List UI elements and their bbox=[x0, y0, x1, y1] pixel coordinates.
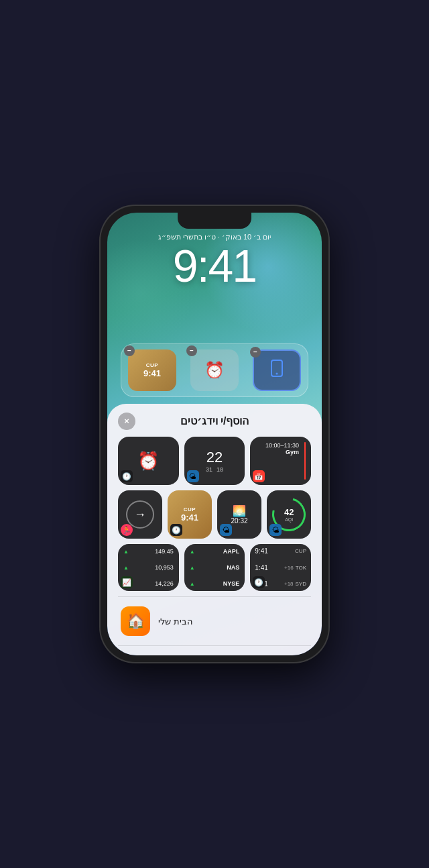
stockn2-trend: ▲ bbox=[190, 565, 195, 571]
clock2-mini-icon: 🕐 bbox=[170, 524, 182, 536]
cup2-time: 9:41 bbox=[181, 512, 198, 523]
phone-screen: יום ב׳ 10 באוק׳ · ט״ו בתשרי תשפ״ג 9:41 −… bbox=[107, 213, 322, 655]
temp-low: 18 bbox=[217, 466, 223, 473]
phone-mirror-icon bbox=[267, 359, 286, 382]
widget-stocks-names[interactable]: ▲ AAPL ▲ NAS ▲ NYSE bbox=[184, 544, 245, 591]
cup-label: CUP bbox=[146, 362, 158, 368]
wclock3-city: SYD bbox=[296, 581, 306, 587]
notch bbox=[178, 213, 251, 229]
widget-cup[interactable]: CUP 9:41 🕐 bbox=[168, 490, 212, 539]
stock3-value: 14,226 bbox=[155, 580, 174, 587]
temp-high: 31 bbox=[206, 466, 212, 473]
wclock-row-1: 9:41 CUP bbox=[255, 547, 306, 555]
lockscreen-widget-alarm[interactable]: − ⏰ bbox=[190, 349, 239, 391]
stock2-value: 10,953 bbox=[155, 564, 174, 571]
calendar-content: 10:00–11:30 Gym bbox=[255, 442, 306, 455]
close-button[interactable]: × bbox=[118, 413, 135, 430]
remove-alarm-widget[interactable]: − bbox=[186, 345, 197, 356]
remove-cup-widget[interactable]: − bbox=[124, 345, 135, 356]
fitness-app-row[interactable]: כושר bbox=[118, 650, 311, 655]
wclock2-diff: +16 bbox=[284, 565, 294, 571]
wclock3-diff: +18 bbox=[284, 581, 294, 587]
stock-row-1: ▲ 149.45 bbox=[123, 548, 174, 555]
stock1-trend: ▲ bbox=[123, 549, 129, 555]
calendar-mini-icon: 📅 bbox=[253, 470, 265, 482]
widget-sunset[interactable]: 🌅 20:32 🌤 bbox=[217, 490, 261, 539]
wclock1-time: 9:41 bbox=[255, 547, 267, 555]
temp-range: 31 18 bbox=[206, 466, 223, 473]
divider-1 bbox=[118, 596, 311, 597]
weather3-mini-icon: 🌤 bbox=[269, 524, 282, 536]
aqi-content: 42 AQI bbox=[284, 507, 294, 522]
stock-name-row-2: ▲ NAS bbox=[190, 564, 240, 571]
temp-value: 22 bbox=[206, 449, 223, 466]
stocks-mini-icon: 📈 bbox=[121, 576, 133, 588]
weather2-mini-icon: 🌤 bbox=[220, 524, 232, 536]
stockn3-name: NYSE bbox=[223, 580, 240, 587]
activity-mini-icon: 🏃 bbox=[121, 524, 133, 536]
svg-point-1 bbox=[276, 373, 278, 375]
widget-alarm[interactable]: ⏰ 🕐 bbox=[118, 437, 179, 485]
stockn1-name: AAPL bbox=[223, 548, 240, 555]
widget-world-clock[interactable]: 9:41 CUP 1:41 +16 TOK 3:41 bbox=[250, 544, 311, 591]
add-widget-sheet: × הוסף/י וידג׳טים ⏰ 🕐 22 31 18 bbox=[107, 404, 322, 655]
stock1-value: 149.45 bbox=[155, 548, 174, 555]
home-icon: 🏠 bbox=[127, 612, 145, 630]
stock-name-row-3: ▲ NYSE bbox=[190, 580, 240, 587]
lock-time: 9:41 bbox=[173, 243, 256, 288]
wclock2-city: TOK bbox=[296, 565, 306, 571]
alarm-clock-icon: ⏰ bbox=[137, 451, 159, 472]
arrow-icon: → bbox=[134, 508, 146, 522]
stock-row-2: ▲ 10,953 bbox=[123, 564, 174, 571]
stock2-trend: ▲ bbox=[123, 565, 129, 571]
widget-aqi[interactable]: 42 AQI 🌤 bbox=[267, 490, 311, 539]
widget-row-2: → 🏃 CUP 9:41 🕐 🌅 20:32 🌤 bbox=[118, 490, 311, 539]
home-app-icon[interactable]: 🏠 bbox=[121, 606, 150, 636]
sheet-header: × הוסף/י וידג׳טים bbox=[118, 415, 311, 427]
home-app-row[interactable]: הבית שלי 🏠 bbox=[118, 601, 311, 641]
aqi-value: 42 bbox=[284, 507, 294, 517]
stockn2-name: NAS bbox=[227, 564, 239, 571]
remove-phone-widget[interactable]: − bbox=[250, 347, 261, 358]
sunset-time: 20:32 bbox=[231, 517, 247, 525]
lockscreen-widget-cup[interactable]: − CUP 9:41 bbox=[128, 349, 176, 391]
divider-2 bbox=[118, 645, 311, 646]
wclock2-time: 1:41 bbox=[255, 564, 267, 572]
widget-calendar[interactable]: 10:00–11:30 Gym 📅 bbox=[250, 437, 311, 485]
lockscreen-widget-bar: − CUP 9:41 − ⏰ − bbox=[121, 343, 308, 397]
cup-time: 9:41 bbox=[143, 368, 161, 378]
widget-row-1: ⏰ 🕐 22 31 18 🌤 10:00–11:30 bbox=[118, 437, 311, 485]
calendar-time-range: 10:00–11:30 bbox=[255, 442, 299, 449]
stock-name-row-1: ▲ AAPL bbox=[190, 548, 240, 555]
lockscreen-widget-phone[interactable]: − bbox=[253, 349, 301, 391]
calendar-bar bbox=[304, 442, 306, 480]
clock-mini-icon: 🕐 bbox=[121, 470, 133, 482]
stockn3-trend: ▲ bbox=[190, 581, 195, 587]
widget-row-3: ▲ 149.45 ▲ 10,953 ▲ 14,226 📈 bbox=[118, 544, 311, 591]
wclock1-city: CUP bbox=[295, 548, 306, 554]
cup2-label: CUP bbox=[184, 506, 196, 512]
wclock-row-2: 1:41 +16 TOK bbox=[255, 564, 306, 572]
calendar-event: Gym bbox=[255, 449, 299, 455]
stockn1-trend: ▲ bbox=[190, 549, 195, 555]
weather-mini-icon: 🌤 bbox=[187, 470, 199, 482]
alarm-icon: ⏰ bbox=[204, 361, 225, 380]
sheet-title: הוסף/י וידג׳טים bbox=[180, 415, 249, 427]
sunrise-icon: 🌅 bbox=[233, 504, 246, 517]
widget-shortcut[interactable]: → 🏃 bbox=[118, 490, 162, 539]
home-app-name: הבית שלי bbox=[158, 616, 193, 627]
widget-temperature[interactable]: 22 31 18 🌤 bbox=[184, 437, 245, 485]
clock3-mini-icon: 🕐 bbox=[253, 576, 265, 588]
aqi-label: AQI bbox=[284, 517, 294, 522]
widget-stocks[interactable]: ▲ 149.45 ▲ 10,953 ▲ 14,226 📈 bbox=[118, 544, 179, 591]
phone-frame: יום ב׳ 10 באוק׳ · ט״ו בתשרי תשפ״ג 9:41 −… bbox=[101, 206, 328, 662]
arrow-circle: → bbox=[126, 500, 154, 529]
stocks-names-content: ▲ AAPL ▲ NAS ▲ NYSE bbox=[184, 544, 245, 591]
sunset-content: 🌅 20:32 bbox=[231, 504, 247, 525]
